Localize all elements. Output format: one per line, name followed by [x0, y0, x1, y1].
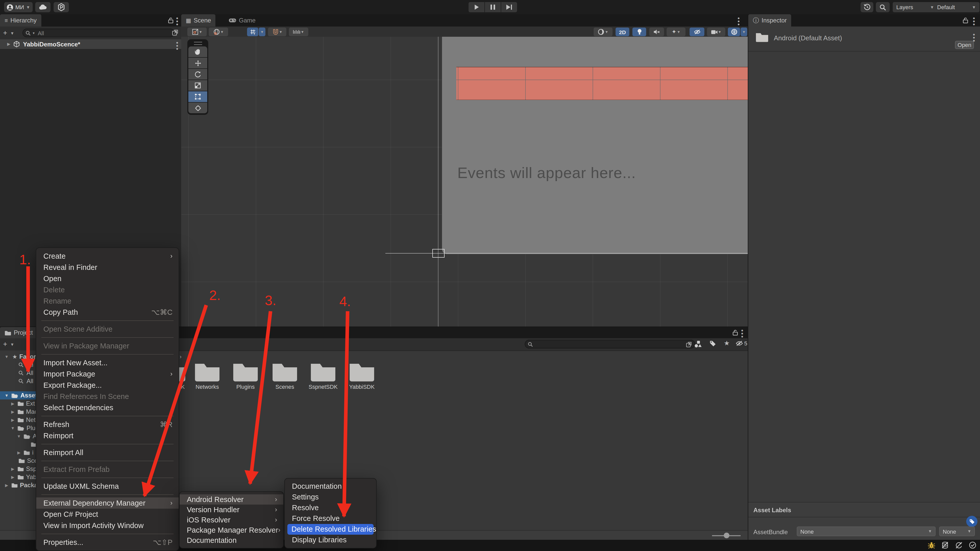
- favorites-star-icon[interactable]: ★: [724, 340, 730, 346]
- tab-inspector[interactable]: ⓘ Inspector: [748, 14, 791, 27]
- hierarchy-search-field[interactable]: ▼: [22, 29, 175, 37]
- search-by-label-icon[interactable]: [710, 340, 716, 347]
- shading-mode-dropdown[interactable]: ▼: [593, 27, 612, 36]
- auto-refresh-disabled-icon[interactable]: [955, 541, 963, 549]
- menu-item-reimport-all[interactable]: Reimport All: [36, 447, 179, 458]
- layers-dropdown[interactable]: Layers ▼: [893, 2, 938, 12]
- undo-history-button[interactable]: [861, 2, 873, 12]
- submenu-item-android-resolver[interactable]: Android Resolver›: [180, 494, 283, 505]
- menu-item-create[interactable]: Create›: [36, 251, 179, 262]
- menu-item-update-uxml-schema[interactable]: Update UXML Schema: [36, 481, 179, 492]
- hierarchy-search-input[interactable]: [37, 29, 172, 37]
- status-ok-icon[interactable]: [969, 541, 977, 549]
- menu-item-properties[interactable]: Properties...⌥⇧P: [36, 537, 179, 548]
- scene-panel-kebab-icon[interactable]: •••: [738, 17, 740, 26]
- cloud-services-button[interactable]: [35, 2, 51, 12]
- layout-dropdown[interactable]: Default ▼: [934, 2, 980, 12]
- pause-button[interactable]: [485, 2, 501, 12]
- cache-disabled-icon[interactable]: [941, 541, 949, 549]
- rect-tool-button[interactable]: [188, 91, 207, 102]
- hidden-count-button[interactable]: 5: [735, 340, 747, 346]
- scene-row-kebab-icon[interactable]: •••: [176, 41, 178, 51]
- open-search-window-icon[interactable]: [686, 341, 692, 347]
- scene-row-yabbidemoscence[interactable]: ▶ YabbiDemoScence* •••: [0, 39, 181, 49]
- folder-item-scenes[interactable]: Scenes: [268, 361, 302, 390]
- 2d-mode-button[interactable]: 2D: [616, 27, 629, 36]
- handle-rotation-dropdown[interactable]: ▼: [209, 27, 228, 36]
- scene-effects-dropdown[interactable]: ✦ ▼: [667, 27, 686, 36]
- scale-tool-button[interactable]: [188, 80, 207, 91]
- view-hand-tool-button[interactable]: [188, 46, 207, 57]
- project-search-input[interactable]: [535, 341, 684, 348]
- play-button[interactable]: [469, 2, 484, 12]
- menu-item-external-dependency-manager[interactable]: External Dependency Manager›: [36, 497, 179, 509]
- submenu-item-settings[interactable]: Settings: [285, 492, 376, 503]
- bug-icon[interactable]: !: [928, 541, 935, 549]
- open-search-window-icon[interactable]: [172, 29, 179, 36]
- add-label-button[interactable]: [966, 516, 977, 527]
- search-by-type-icon[interactable]: [694, 340, 702, 348]
- grid-snap-button[interactable]: Y: [247, 27, 258, 36]
- menu-item-open-csharp-project[interactable]: Open C# Project: [36, 509, 179, 520]
- menu-item-refresh[interactable]: Refresh⌘R: [36, 419, 179, 430]
- submenu-item-documentation[interactable]: Documentation: [285, 481, 376, 492]
- folder-item-plugins[interactable]: Plugins: [229, 361, 262, 390]
- hierarchy-menu-kebab-icon[interactable]: •••: [176, 17, 178, 26]
- snap-increment-dropdown[interactable]: ▼: [289, 27, 308, 36]
- account-menu-button[interactable]: МИ ▼: [4, 2, 33, 12]
- assetbundle-dropdown[interactable]: None ▼: [797, 527, 935, 536]
- menu-item-open[interactable]: Open: [36, 273, 179, 284]
- tab-project[interactable]: Project: [0, 327, 38, 338]
- move-tool-button[interactable]: [188, 58, 207, 68]
- tool-settings-dropdown[interactable]: ▼: [187, 27, 207, 36]
- snap-magnet-dropdown[interactable]: ▼: [268, 27, 286, 36]
- inspector-kebab-icon[interactable]: •••: [973, 17, 975, 26]
- step-button[interactable]: [501, 2, 517, 12]
- lock-icon[interactable]: [732, 330, 738, 336]
- scene-lighting-button[interactable]: [632, 27, 646, 36]
- transform-tool-button[interactable]: [188, 103, 207, 113]
- tab-hierarchy[interactable]: ≡ Hierarchy: [0, 14, 41, 27]
- menu-item-export-package[interactable]: Export Package...: [36, 380, 179, 391]
- folder-item-networks[interactable]: Networks: [190, 361, 224, 390]
- submenu-item-ios-resolver[interactable]: iOS Resolver›: [180, 515, 283, 525]
- submenu-item-delete-resolved-libraries[interactable]: Delete Resolved Libraries: [287, 524, 374, 535]
- chevron-down-icon[interactable]: ▼: [10, 342, 14, 347]
- assetbundle-variant-dropdown[interactable]: None ▼: [939, 527, 975, 536]
- chevron-down-icon[interactable]: ▼: [10, 31, 14, 36]
- menu-item-reveal-in-finder[interactable]: Reveal in Finder: [36, 262, 179, 273]
- submenu-item-package-manager-resolver[interactable]: Package Manager Resolver›: [180, 525, 283, 535]
- rotate-tool-button[interactable]: [188, 69, 207, 79]
- lock-icon[interactable]: [963, 17, 968, 24]
- thumbnail-zoom-knob[interactable]: [724, 533, 729, 538]
- plugin-logo-button[interactable]: [54, 2, 69, 12]
- menu-item-view-in-import-activity-window[interactable]: View in Import Activity Window: [36, 520, 179, 531]
- submenu-item-documentation[interactable]: Documentation: [180, 535, 283, 545]
- submenu-item-resolve[interactable]: Resolve: [285, 503, 376, 513]
- project-search-field[interactable]: [525, 340, 695, 348]
- global-search-button[interactable]: [876, 2, 890, 12]
- submenu-item-version-handler[interactable]: Version Handler›: [180, 505, 283, 515]
- gizmos-dropdown[interactable]: ▼: [741, 27, 747, 36]
- lock-icon[interactable]: [168, 17, 173, 24]
- scene-viewport[interactable]: Events will appear here...: [181, 37, 748, 327]
- create-asset-button[interactable]: +: [3, 340, 7, 348]
- gizmos-button[interactable]: [728, 27, 740, 36]
- folder-item-yabbisdk[interactable]: YabbiSDK: [345, 361, 379, 390]
- menu-item-import-package[interactable]: Import Package›: [36, 368, 179, 380]
- submenu-item-display-libraries[interactable]: Display Libraries: [285, 535, 376, 545]
- add-object-button[interactable]: +: [3, 29, 7, 37]
- scene-visibility-button[interactable]: [690, 27, 704, 36]
- submenu-item-force-resolve[interactable]: Force Resolve: [285, 513, 376, 524]
- menu-item-reimport[interactable]: Reimport: [36, 430, 179, 441]
- menu-item-select-dependencies[interactable]: Select Dependencies: [36, 402, 179, 413]
- camera-settings-dropdown[interactable]: ▼: [707, 27, 725, 36]
- menu-item-import-new-asset[interactable]: Import New Asset...: [36, 357, 179, 368]
- chevron-right-icon[interactable]: ▶: [7, 42, 10, 46]
- tab-game[interactable]: Game: [224, 14, 260, 27]
- menu-item-copy-path[interactable]: Copy Path⌥⌘C: [36, 306, 179, 318]
- tab-scene[interactable]: ▦ Scene: [181, 14, 216, 27]
- rect-tool-corner-handle[interactable]: [432, 249, 445, 258]
- palette-drag-handle[interactable]: [188, 40, 207, 46]
- project-kebab-icon[interactable]: •••: [741, 329, 743, 338]
